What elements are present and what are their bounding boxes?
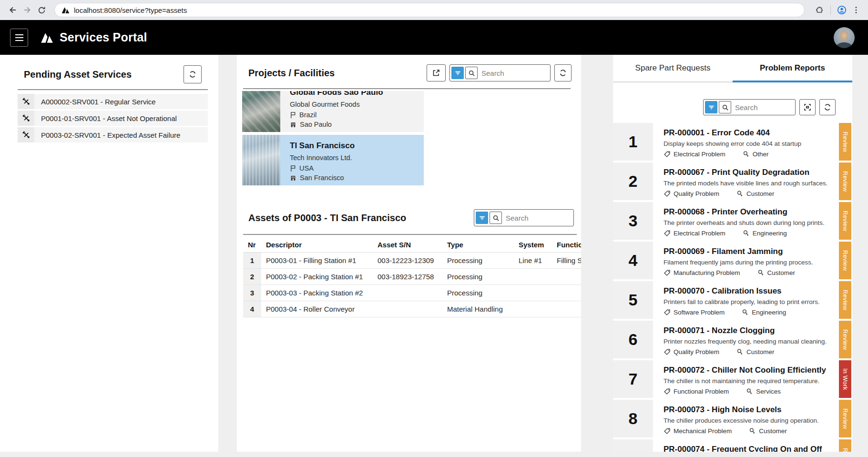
asset-nr: 1 xyxy=(243,253,261,269)
report-description: Printers fail to calibrate properly, lea… xyxy=(664,298,835,305)
pending-services-list: A000002-SRV001 - Regular Service P0001-0… xyxy=(18,94,208,142)
status-badge: Review xyxy=(839,202,851,240)
asset-serial xyxy=(373,285,442,301)
problem-report-item[interactable]: 2 PR-000067 - Print Quality Degradation … xyxy=(613,162,851,200)
asset-row[interactable]: 3 P0003-03 - Packing Station #2 Processi… xyxy=(243,285,581,301)
tag-icon xyxy=(664,427,671,435)
profile-icon[interactable] xyxy=(835,3,849,17)
problem-type-tag: Functional Problem xyxy=(664,388,729,395)
pending-service-item[interactable]: P0001-01-SRV001 - Asset Not Operational xyxy=(18,111,208,126)
status-badge: Review xyxy=(839,123,851,161)
problem-report-item[interactable]: 1 PR-000001 - Error Code 404 Display kee… xyxy=(613,123,851,161)
asset-function: Filling St xyxy=(552,253,581,269)
report-source-tag: Engineering xyxy=(743,230,787,237)
url-text: localhost:8080/service?type=assets xyxy=(74,6,187,14)
refresh-icon[interactable] xyxy=(184,65,202,83)
refresh-icon[interactable] xyxy=(554,64,572,81)
facility-image xyxy=(242,135,280,185)
asset-row[interactable]: 1 P0003-01 - Filling Station #1 003-1222… xyxy=(243,253,581,269)
assets-search-group xyxy=(474,209,574,226)
tab[interactable]: Spare Part Requests xyxy=(613,55,733,81)
problem-type-tag: Electrical Problem xyxy=(664,230,725,237)
asset-system xyxy=(514,285,552,301)
report-number: 4 xyxy=(613,242,653,279)
asset-type: Processing xyxy=(442,285,514,301)
asset-function xyxy=(552,285,581,301)
problem-report-item[interactable]: 6 PR-000071 - Nozzle Clogging Printer no… xyxy=(613,321,851,358)
back-icon[interactable] xyxy=(6,3,20,17)
report-title: PR-000070 - Calibration Issues xyxy=(664,286,835,296)
filter-icon[interactable] xyxy=(476,212,488,224)
refresh-icon[interactable] xyxy=(819,99,836,115)
browser-toolbar: localhost:8080/service?type=assets xyxy=(0,0,868,20)
reports-search-input[interactable] xyxy=(731,103,794,112)
report-number: 8 xyxy=(613,400,653,437)
facility-card[interactable]: Global Foods Sao Paulo Global Gourmet Fo… xyxy=(242,91,424,132)
projects-search-input[interactable] xyxy=(478,69,549,77)
open-external-icon[interactable] xyxy=(427,64,446,81)
pending-services-title: Pending Asset Services xyxy=(24,69,132,80)
report-number: 5 xyxy=(613,281,653,319)
reload-icon[interactable] xyxy=(34,3,49,17)
app-logo-icon xyxy=(41,31,53,43)
source-magnifier-icon xyxy=(743,230,750,237)
report-description: Display keeps showing error code 404 at … xyxy=(664,140,835,147)
search-icon[interactable] xyxy=(719,101,731,113)
toolbar-separator xyxy=(830,5,831,15)
url-bar[interactable]: localhost:8080/service?type=assets xyxy=(54,3,805,17)
user-avatar[interactable] xyxy=(834,27,855,48)
assets-table-header: NrDescriptorAsset S/NTypeSystemFunction xyxy=(243,237,581,253)
search-icon[interactable] xyxy=(465,67,478,79)
asset-row[interactable]: 4 P0003-04 - Roller Conveyor Material Ha… xyxy=(243,301,581,317)
expand-icon[interactable] xyxy=(799,99,816,115)
assets-search-input[interactable] xyxy=(502,214,572,222)
asset-function xyxy=(552,269,581,285)
filter-icon[interactable] xyxy=(451,67,464,79)
asset-descriptor: P0003-02 - Packing Station #1 xyxy=(261,269,373,285)
asset-system: Line #1 xyxy=(514,253,552,269)
report-source-tag: Customer xyxy=(757,269,796,276)
status-badge: Review xyxy=(839,281,851,319)
tag-icon xyxy=(664,190,671,197)
browser-menu-icon[interactable] xyxy=(849,3,863,17)
report-number: 1 xyxy=(613,123,653,161)
status-badge: Review xyxy=(839,162,851,200)
report-number: 2 xyxy=(613,162,653,200)
assets-column-header: Asset S/N xyxy=(373,237,442,253)
tag-icon xyxy=(664,269,671,276)
report-title: PR-000071 - Nozzle Clogging xyxy=(664,326,835,335)
report-source-tag: Services xyxy=(746,388,781,395)
problem-report-item[interactable]: 9 PR-000074 - Frequent Cycling On and Of… xyxy=(613,439,851,452)
extensions-icon[interactable] xyxy=(812,3,827,17)
problem-report-item[interactable]: 8 PR-000073 - High Noise Levels The chil… xyxy=(613,400,851,437)
report-title: PR-000074 - Frequent Cycling On and Off xyxy=(664,445,835,452)
problem-report-item[interactable]: 7 PR-000072 - Chiller Not Cooling Effici… xyxy=(613,360,851,398)
filter-icon[interactable] xyxy=(705,101,717,113)
source-magnifier-icon xyxy=(742,309,749,316)
problem-report-item[interactable]: 3 PR-000068 - Printer Overheating The pr… xyxy=(613,202,851,240)
flag-icon xyxy=(290,165,296,172)
report-source-tag: Customer xyxy=(749,427,787,435)
app-title: Services Portal xyxy=(60,30,147,44)
asset-descriptor: P0003-01 - Filling Station #1 xyxy=(261,253,373,269)
facility-city: San Francisco xyxy=(300,174,344,182)
tab[interactable]: Problem Reports xyxy=(733,55,852,81)
asset-function xyxy=(552,301,581,317)
asset-serial: 003-18923-12758 xyxy=(373,269,442,285)
asset-row[interactable]: 2 P0003-02 - Packing Station #1 003-1892… xyxy=(243,269,581,285)
menu-button[interactable] xyxy=(10,29,28,47)
forward-icon[interactable] xyxy=(20,3,34,17)
projects-search-group xyxy=(449,64,551,81)
pending-service-item[interactable]: P0003-02-SRV001 - Expected Asset Failure xyxy=(18,127,208,142)
problem-report-item[interactable]: 4 PR-000069 - Filament Jamming Filament … xyxy=(613,242,851,279)
report-number: 7 xyxy=(613,360,653,398)
report-number: 9 xyxy=(613,439,653,452)
search-icon[interactable] xyxy=(490,212,502,224)
assets-table: NrDescriptorAsset S/NTypeSystemFunction … xyxy=(243,237,581,317)
facility-card[interactable]: TI San Francisco Tech Innovators Ltd. US… xyxy=(242,135,424,185)
report-number: 6 xyxy=(613,321,653,358)
reports-panel: Spare Part Requests Problem Reports xyxy=(613,55,852,452)
asset-nr: 3 xyxy=(243,285,261,301)
problem-report-item[interactable]: 5 PR-000070 - Calibration Issues Printer… xyxy=(613,281,851,319)
pending-service-item[interactable]: A000002-SRV001 - Regular Service xyxy=(18,94,208,109)
